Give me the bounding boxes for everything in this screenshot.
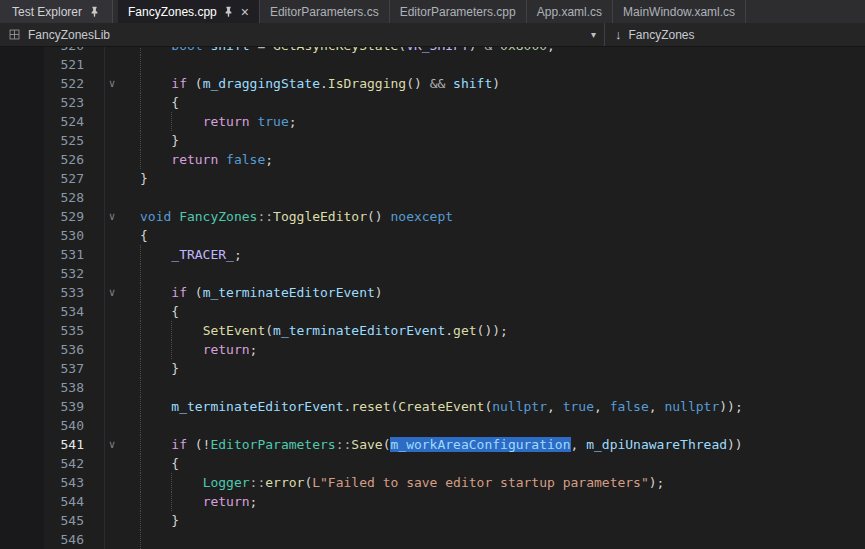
code-text [140,264,865,283]
code-token: { [140,304,179,319]
code-line[interactable]: 538 [0,378,865,397]
fold-spacer [84,47,140,55]
fold-spacer [84,473,140,492]
code-line[interactable]: 520 bool shift = GetAsyncKeyState(VK_SHI… [0,47,865,55]
code-token [140,76,171,91]
code-token: SetEvent [203,323,266,338]
project-dropdown[interactable]: FancyZonesLib ▾ [0,23,604,46]
code-line[interactable]: 531 _TRACER_; [0,245,865,264]
code-line[interactable]: 543 Logger::error(L"Failed to save edito… [0,473,865,492]
tab-test-explorer[interactable]: Test Explorer [0,0,113,23]
code-token: && [430,76,446,91]
code-token: ) [469,47,485,53]
code-token: m_terminateEditorEvent [203,285,375,300]
code-line[interactable]: 542 { [0,454,865,473]
code-line[interactable]: 528 [0,188,865,207]
fold-chevron-icon[interactable]: ∨ [84,74,140,93]
code-editor[interactable]: 520 bool shift = GetAsyncKeyState(VK_SHI… [0,47,865,549]
code-token: () [406,76,429,91]
code-token: ( [187,76,203,91]
code-line[interactable]: 537 } [0,359,865,378]
line-number: 528 [0,188,84,207]
code-line[interactable]: 540 [0,416,865,435]
code-line[interactable]: 521 [0,55,865,74]
code-line[interactable]: 522∨ if (m_draggingState.IsDragging() &&… [0,74,865,93]
fold-chevron-icon[interactable]: ∨ [84,435,140,454]
code-token: 0x8000 [500,47,547,53]
indent-guide [140,321,141,340]
code-token: _TRACER_ [171,247,234,262]
tab-editorparameters-cs[interactable]: EditorParameters.cs [260,0,390,23]
code-token [140,47,171,53]
close-icon[interactable]: × [241,5,249,19]
code-token: m_dpiUnawareThread [586,437,727,452]
code-token: ; [234,247,242,262]
code-line[interactable]: 533∨ if (m_terminateEditorEvent) [0,283,865,302]
fold-chevron-icon[interactable]: ∨ [84,207,140,226]
line-number: 530 [0,226,84,245]
tab-fancyzones-cpp[interactable]: FancyZones.cpp× [118,0,260,23]
code-token: return [203,342,250,357]
fold-spacer [84,226,140,245]
code-token: L"Failed to save editor startup paramete… [312,475,649,490]
fold-spacer [84,530,140,549]
indent-guide [171,321,172,340]
code-token: ); [649,475,665,490]
code-token: :: [257,209,273,224]
tab-editorparameters-cpp[interactable]: EditorParameters.cpp [390,0,527,23]
code-token: return [203,494,250,509]
code-line[interactable]: 546 [0,530,865,549]
code-line[interactable]: 527} [0,169,865,188]
code-line[interactable]: 535 SetEvent(m_terminateEditorEvent.get(… [0,321,865,340]
line-number: 537 [0,359,84,378]
code-line[interactable]: 545 } [0,511,865,530]
code-line[interactable]: 525 } [0,131,865,150]
code-line[interactable]: 532 [0,264,865,283]
indent-guide [140,245,141,264]
code-line[interactable]: 523 { [0,93,865,112]
code-token: nullptr [492,399,547,414]
chevron-down-icon[interactable]: ▾ [591,29,596,40]
code-line[interactable]: 536 return; [0,340,865,359]
code-line[interactable]: 534 { [0,302,865,321]
code-text: if (!EditorParameters::Save(m_workAreaCo… [140,435,865,454]
indent-guide [140,264,141,283]
code-token: m_draggingState [203,76,320,91]
fold-spacer [84,454,140,473]
code-line[interactable]: 530{ [0,226,865,245]
code-token: ( [265,323,273,338]
pin-icon[interactable] [223,6,234,17]
code-line[interactable]: 541∨ if (!EditorParameters::Save(m_workA… [0,435,865,454]
fold-spacer [84,359,140,378]
fold-spacer [84,378,140,397]
pin-icon[interactable] [89,6,100,17]
code-token: Save [351,437,382,452]
code-token: void [140,209,171,224]
line-number: 524 [0,112,84,131]
member-dropdown[interactable]: ↓ FancyZones [605,23,705,46]
code-token: get [453,323,476,338]
indent-guide [140,283,141,302]
code-text: } [140,169,865,188]
indent-guide [140,131,141,150]
code-line[interactable]: 524 return true; [0,112,865,131]
code-token: return [203,114,250,129]
code-text: void FancyZones::ToggleEditor() noexcept [140,207,865,226]
line-number: 538 [0,378,84,397]
code-token [140,152,171,167]
document-tabs: FancyZones.cpp×EditorParameters.csEditor… [118,0,746,23]
fold-chevron-icon[interactable]: ∨ [84,283,140,302]
fold-spacer [84,492,140,511]
code-token: ) [492,76,500,91]
code-token: ()); [477,323,508,338]
code-line[interactable]: 544 return; [0,492,865,511]
tab-app-xaml-cs[interactable]: App.xaml.cs [527,0,613,23]
tab-mainwindow-xaml-cs[interactable]: MainWindow.xaml.cs [613,0,746,23]
indent-guide [140,511,141,530]
line-number: 544 [0,492,84,511]
fold-spacer [84,188,140,207]
code-line[interactable]: 539 m_terminateEditorEvent.reset(CreateE… [0,397,865,416]
code-line[interactable]: 526 return false; [0,150,865,169]
code-token: true [563,399,594,414]
code-line[interactable]: 529∨void FancyZones::ToggleEditor() noex… [0,207,865,226]
